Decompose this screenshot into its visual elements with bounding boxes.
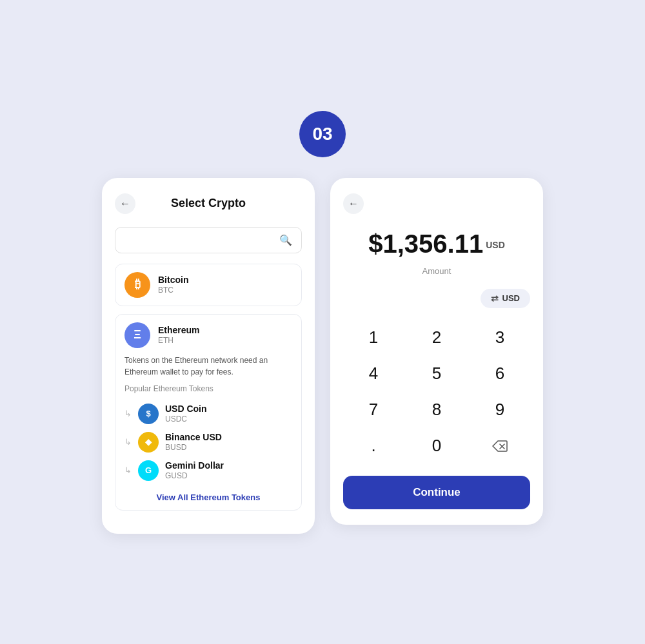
numpad-4[interactable]: 4 (343, 357, 404, 391)
search-box: 🔍 (115, 227, 302, 253)
numpad-8[interactable]: 8 (406, 393, 467, 427)
numpad: 1 2 3 4 5 6 7 8 9 . 0 (343, 321, 530, 463)
eth-header[interactable]: Ξ Ethereum ETH (124, 322, 292, 348)
btc-icon: ₿ (124, 272, 150, 298)
gusd-icon: G (138, 460, 159, 481)
screens-row: ← Select Crypto 🔍 ₿ Bitcoin BTC Ξ Ethere… (102, 178, 543, 534)
right-screen: ← $1,356.11USD Amount ⇄ USD 1 2 3 4 5 6 … (330, 178, 543, 525)
amount-value: $1,356.11 (368, 229, 483, 258)
left-screen-title: Select Crypto (171, 197, 246, 210)
eth-name: Ethereum (158, 325, 200, 335)
eth-note: Tokens on the Ethereum network need an E… (124, 355, 292, 378)
usdc-item[interactable]: ↳ $ USD Coin USDC (124, 400, 292, 428)
usdc-icon: $ (138, 404, 159, 424)
numpad-9[interactable]: 9 (470, 393, 530, 427)
eth-section: Ξ Ethereum ETH Tokens on the Ethereum ne… (115, 314, 302, 511)
sub-arrow-gusd: ↳ (124, 465, 132, 475)
usdc-name: USD Coin (165, 404, 207, 414)
eth-info: Ethereum ETH (158, 325, 200, 345)
numpad-7[interactable]: 7 (343, 393, 404, 427)
numpad-0[interactable]: 0 (406, 429, 467, 463)
btc-info: Bitcoin BTC (158, 275, 188, 295)
left-screen-header: ← Select Crypto (115, 193, 302, 214)
busd-info: Binance USD BUSD (165, 432, 222, 452)
amount-currency-label: USD (486, 240, 505, 250)
bitcoin-item[interactable]: ₿ Bitcoin BTC (115, 264, 302, 306)
usdc-symbol: USDC (165, 415, 207, 424)
swap-icon: ⇄ (491, 293, 499, 304)
busd-icon: ◆ (138, 432, 159, 453)
currency-toggle: ⇄ USD (343, 289, 530, 308)
numpad-backspace[interactable] (470, 429, 530, 463)
currency-toggle-button[interactable]: ⇄ USD (481, 289, 530, 308)
left-screen: ← Select Crypto 🔍 ₿ Bitcoin BTC Ξ Ethere… (102, 178, 315, 534)
continue-button[interactable]: Continue (343, 476, 530, 509)
right-back-button[interactable]: ← (343, 193, 364, 214)
busd-symbol: BUSD (165, 443, 222, 452)
gusd-info: Gemini Dollar GUSD (165, 460, 224, 480)
busd-name: Binance USD (165, 432, 222, 442)
numpad-5[interactable]: 5 (406, 357, 467, 391)
search-input[interactable] (124, 235, 279, 245)
sub-arrow-usdc: ↳ (124, 409, 132, 418)
eth-icon: Ξ (124, 322, 150, 348)
busd-item[interactable]: ↳ ◆ Binance USD BUSD (124, 428, 292, 456)
popular-label: Popular Ethereum Tokens (124, 384, 292, 393)
currency-btn-label: USD (502, 293, 520, 303)
btc-name: Bitcoin (158, 275, 188, 285)
step-badge: 03 (299, 111, 346, 157)
amount-display: $1,356.11USD (343, 229, 530, 259)
btc-symbol: BTC (158, 286, 188, 295)
numpad-3[interactable]: 3 (470, 321, 530, 355)
left-back-button[interactable]: ← (115, 193, 135, 214)
numpad-1[interactable]: 1 (343, 321, 404, 355)
search-icon: 🔍 (279, 234, 292, 246)
numpad-dot[interactable]: . (343, 429, 404, 463)
view-all-link[interactable]: View All Ethereum Tokens (124, 493, 292, 502)
eth-symbol: ETH (158, 336, 200, 345)
right-screen-header: ← (343, 193, 530, 214)
sub-arrow-busd: ↳ (124, 437, 132, 447)
amount-label: Amount (343, 266, 530, 276)
gusd-symbol: GUSD (165, 471, 224, 480)
numpad-2[interactable]: 2 (406, 321, 467, 355)
usdc-info: USD Coin USDC (165, 404, 207, 424)
numpad-6[interactable]: 6 (470, 357, 530, 391)
gusd-item[interactable]: ↳ G Gemini Dollar GUSD (124, 456, 292, 485)
gusd-name: Gemini Dollar (165, 460, 224, 471)
